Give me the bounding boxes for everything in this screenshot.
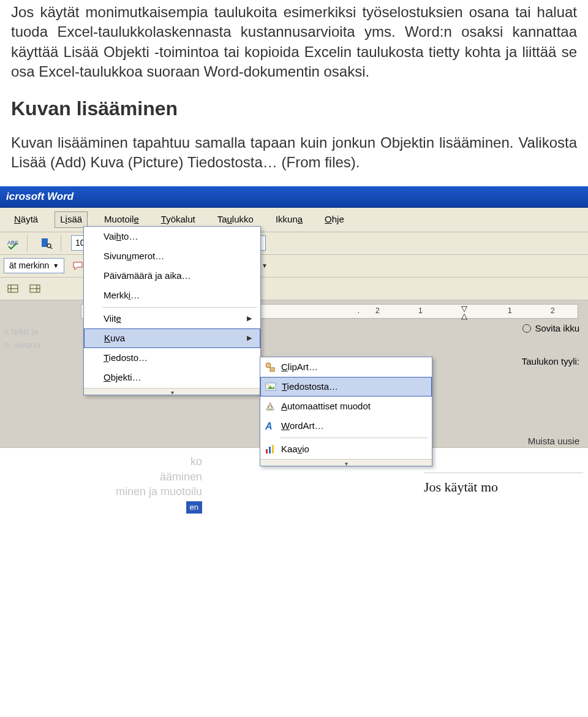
ghost-line-2: o, sivunu xyxy=(4,338,77,352)
menu-item-sivunumerot[interactable]: Sivunumerot… xyxy=(84,246,260,266)
svg-text:A: A xyxy=(265,421,273,431)
expand-chevron-icon[interactable]: ▾ xyxy=(84,388,260,395)
submenu-item-tiedostosta[interactable]: Tiedostosta… xyxy=(260,377,432,396)
menu-lisaa[interactable]: Lisää xyxy=(55,211,88,227)
menu-ikkuna[interactable]: Ikkuna xyxy=(270,211,308,227)
svg-rect-28 xyxy=(272,445,274,453)
expand-chevron-icon[interactable]: ▾ xyxy=(260,459,432,466)
table-left-icon[interactable] xyxy=(4,280,22,297)
clipart-icon xyxy=(260,361,280,373)
svg-rect-26 xyxy=(266,449,268,453)
from-file-icon xyxy=(261,381,281,393)
submenu-item-wordart[interactable]: A WordArt… xyxy=(260,416,432,436)
menu-ohje[interactable]: Ohje xyxy=(319,211,350,227)
chart-icon xyxy=(260,443,280,455)
menu-item-tiedosto[interactable]: Tiedosto… xyxy=(84,348,260,368)
radio-icon xyxy=(522,324,531,333)
menu-item-paivamaara[interactable]: Päivämäärä ja aika… xyxy=(84,266,260,286)
svg-text:ABC: ABC xyxy=(7,240,19,246)
svg-rect-27 xyxy=(269,447,271,453)
app-title: icrosoft Word xyxy=(6,191,74,202)
wordart-icon: A xyxy=(260,420,280,432)
submenu-item-kaavio[interactable]: Kaavio xyxy=(260,439,432,459)
svg-point-24 xyxy=(268,406,272,409)
paragraph-1: Jos käytät monimutkaisempia taulukoita e… xyxy=(11,2,577,82)
research-icon[interactable] xyxy=(37,235,56,252)
submenu-item-clipart[interactable]: ClipArt… xyxy=(260,357,432,377)
table-right-icon[interactable] xyxy=(26,280,44,297)
submenu-kuva: ClipArt… Tiedostosta… Automaattiset muod… xyxy=(260,357,432,466)
track-label: ät merkinn xyxy=(9,260,49,271)
menu-item-objekti[interactable]: Objekti… xyxy=(84,368,260,387)
ghost-line-1: n teko ja xyxy=(4,325,77,339)
svg-point-22 xyxy=(268,384,270,385)
chevron-down-icon: ▼ xyxy=(53,262,59,270)
submenu-item-autoshapes[interactable]: Automaattiset muodot xyxy=(260,396,432,416)
heading-kuvan-lisaaminen: Kuvan lisääminen xyxy=(11,96,577,122)
track-changes-combo[interactable]: ät merkinn ▼ xyxy=(4,258,64,273)
menu-item-kuva[interactable]: Kuva▶ xyxy=(84,328,260,348)
svg-line-3 xyxy=(50,247,52,249)
autoshapes-icon xyxy=(260,400,280,412)
menu-nayta[interactable]: NNäytääytä xyxy=(9,211,43,227)
menu-item-vaihto[interactable]: Vaihto… xyxy=(84,227,260,246)
svg-marker-23 xyxy=(266,403,274,410)
outline-item-badge: en xyxy=(186,501,202,514)
outline-fragment: ko ääminen minen ja muotoilu en xyxy=(0,448,208,516)
svg-rect-19 xyxy=(270,368,274,371)
paragraph-2: Kuvan lisääminen tapahtuu samalla tapaan… xyxy=(11,133,577,173)
title-bar: icrosoft Word xyxy=(0,186,588,208)
word-screenshot: icrosoft Word NNäytääytä Lisää Muotoile … xyxy=(0,186,588,517)
doc-content-fragment: Jos käytät mo xyxy=(417,448,588,516)
menu-dropdown-lisaa: Vaihto… Sivunumerot… Päivämäärä ja aika…… xyxy=(83,226,261,395)
spellcheck-icon[interactable]: ABC xyxy=(4,235,22,252)
menu-item-merkki[interactable]: Merkki… xyxy=(84,286,260,305)
sovita-label: Sovita ikku xyxy=(535,322,579,335)
left-text-fragment: n teko ja o, sivunu xyxy=(0,300,81,448)
document-text: Jos käytät monimutkaisempia taulukoita e… xyxy=(0,0,588,173)
svg-point-18 xyxy=(266,363,271,368)
menu-item-viite[interactable]: Viite▶ xyxy=(84,309,260,328)
